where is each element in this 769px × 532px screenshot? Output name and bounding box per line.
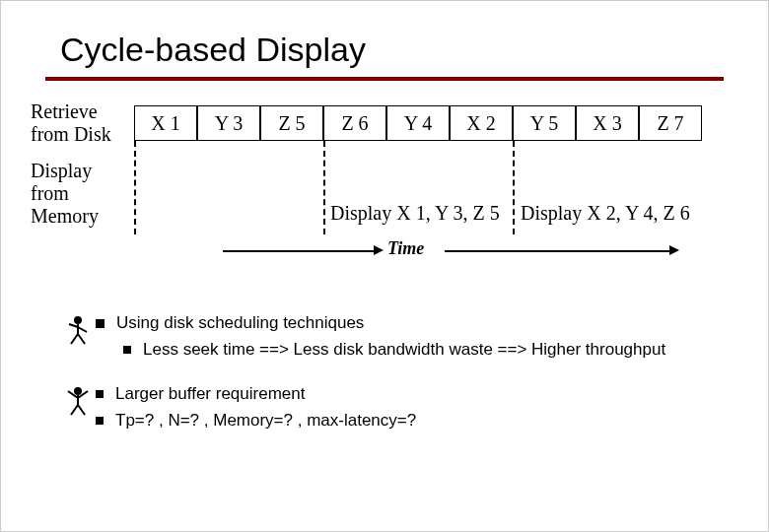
bullet-sub-1: Less seek time ==> Less disk bandwidth w… — [143, 339, 665, 362]
block-1: Y 3 — [197, 105, 260, 141]
svg-point-6 — [74, 387, 82, 395]
label-retrieve: Retrieve from Disk — [31, 100, 129, 146]
display-text-2: Display X 2, Y 4, Z 6 — [521, 202, 690, 225]
svg-line-4 — [71, 334, 78, 344]
block-0: X 1 — [134, 105, 197, 141]
svg-line-10 — [71, 405, 78, 415]
time-arrow-left — [223, 250, 376, 252]
block-2: Z 5 — [260, 105, 323, 141]
bullet-sub-2b: Tp=? , N=? , Memory=? , max-latency=? — [115, 410, 416, 432]
svg-line-5 — [78, 334, 85, 344]
display-text-1: Display X 1, Y 3, Z 5 — [330, 202, 500, 225]
figure-icon-2 — [60, 383, 96, 419]
svg-point-0 — [74, 316, 82, 324]
bullet-icon — [96, 390, 104, 398]
diagram: Retrieve from Disk Display from Memory X… — [31, 100, 738, 278]
arrowhead-right — [669, 245, 679, 255]
bullet-group-1: Using disk scheduling techniques Less se… — [60, 312, 738, 366]
time-label: Time — [387, 238, 424, 259]
bullet-sub-2a: Larger buffer requirement — [115, 383, 305, 406]
bullet-group-2: Larger buffer requirement Tp=? , N=? , M… — [60, 383, 738, 436]
bullet-icon — [96, 417, 104, 425]
figure-icon-1 — [60, 312, 96, 348]
svg-line-11 — [78, 405, 85, 415]
dashed-1 — [134, 141, 136, 234]
bullet-icon — [123, 346, 131, 354]
dashed-3 — [513, 141, 515, 234]
block-7: X 3 — [576, 105, 639, 141]
bullet-main-1: Using disk scheduling techniques — [116, 312, 364, 335]
blocks-row: X 1 Y 3 Z 5 Z 6 Y 4 X 2 Y 5 X 3 Z 7 — [134, 105, 702, 141]
label-display: Display from Memory — [31, 160, 129, 228]
block-8: Z 7 — [639, 105, 702, 141]
time-arrow-right — [445, 250, 671, 252]
svg-line-2 — [69, 324, 78, 327]
block-3: Z 6 — [323, 105, 386, 141]
page-title: Cycle-based Display — [31, 21, 738, 77]
bullets-section: Using disk scheduling techniques Less se… — [31, 312, 738, 436]
block-5: X 2 — [450, 105, 513, 141]
arrowhead-left — [374, 245, 384, 255]
title-underline — [45, 77, 724, 81]
svg-line-3 — [78, 327, 87, 332]
bullet-icon — [96, 319, 105, 328]
block-6: Y 5 — [513, 105, 576, 141]
block-4: Y 4 — [386, 105, 450, 141]
dashed-2 — [323, 141, 325, 234]
